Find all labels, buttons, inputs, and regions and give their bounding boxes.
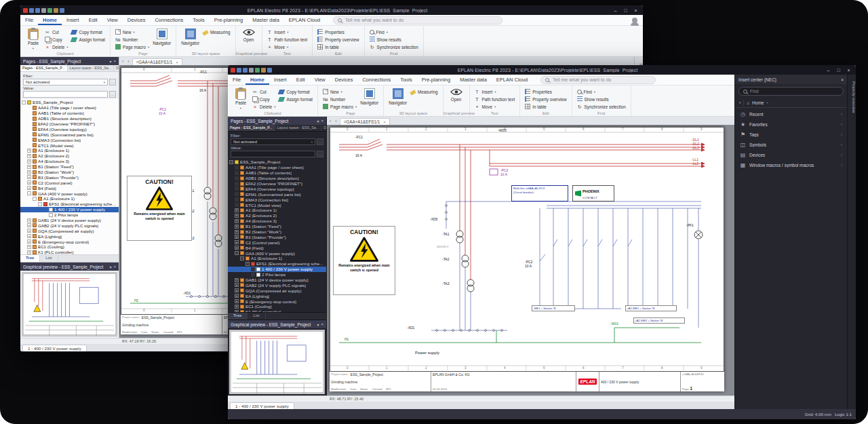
panel-caret-icon[interactable]: ▾ [317,119,319,123]
tree-expander-icon[interactable]: + [27,186,31,190]
copy-format-button[interactable]: Copy format [71,29,105,35]
menu-tab[interactable]: EPLAN Cloud [492,75,532,85]
tree-expander-icon[interactable]: + [27,149,31,153]
tree-item[interactable]: AAB1 (Table of contents) [228,170,326,176]
menu-tab[interactable]: Pre-planning [210,15,248,25]
synchronize-selection-button[interactable]: ↻Synchronize selection [577,104,626,109]
tree-view-tab[interactable]: Tree [228,313,248,320]
maximize-button[interactable]: □ [620,8,631,13]
tree-expander-icon[interactable] [27,117,31,121]
tree-item[interactable]: + GAB1 (24 V device power supply) [228,277,326,283]
tree-item[interactable]: ETC1 (Model view) [20,142,119,148]
open-icon[interactable] [35,8,40,13]
tree-item[interactable]: + B1 (Station "Feed") [20,164,119,170]
delete-button[interactable]: ×Delete▾ [252,104,275,109]
tree-item[interactable]: EFM1 (Summarized parts list) [20,132,119,137]
new-icon[interactable] [237,68,241,73]
tree-expander-icon[interactable]: + [235,299,239,303]
copy-format-button[interactable]: Copy format [279,89,313,94]
panel-close-icon[interactable]: × [113,265,116,269]
assign-format-button[interactable]: Assign format [71,37,105,42]
dock-tab[interactable]: Pages - ESS_Sample_P... [20,65,68,71]
preview-canvas[interactable] [22,272,117,336]
eplan-window-front[interactable]: EPLAN Electric P8 2023 - E:\EPLAN\Data20… [228,65,856,419]
minimize-button[interactable]: – [610,8,620,13]
undo-icon[interactable] [255,68,260,73]
property-overview-button[interactable]: Property overview [525,96,566,102]
tree-item[interactable]: + B2 (Station "Work") [228,229,326,235]
tab-close-icon[interactable]: × [383,120,386,124]
dock-tab[interactable]: Layout space - ESS_Sa... [68,65,115,71]
logic-scale-indicator[interactable]: Logic 1:1 [835,412,852,417]
measuring-button[interactable]: Measuring [203,29,230,35]
tab-scroll-left-icon[interactable]: ‹ [121,58,125,65]
menu-tab[interactable]: EPLAN Cloud [284,15,325,25]
tree-expander-icon[interactable] [27,111,31,115]
move-button[interactable]: +Move▾ [267,44,308,50]
open-icon[interactable] [243,68,248,73]
tree-item[interactable]: + K1 (PLC controller) [20,250,119,254]
panel-caret-icon[interactable]: ▾ [109,59,111,64]
tree-expander-icon[interactable]: + [27,250,31,254]
open-preview-button[interactable]: Open [448,88,465,102]
tree-expander-icon[interactable] [235,197,239,201]
tree-item[interactable]: 2 Pilot lamps [228,272,326,277]
tree-item[interactable]: + A1 (Enclosure 1) [228,208,326,213]
menu-tab[interactable]: Insert [62,15,84,25]
open-preview-button[interactable]: Open [241,28,257,42]
tree-expander-icon[interactable]: - [229,160,233,164]
tab-close-icon[interactable]: × [176,60,178,64]
maximize-button[interactable]: □ [833,68,844,73]
tree-expander-icon[interactable]: + [27,175,31,179]
tree-expander-icon[interactable]: + [235,305,239,309]
page-tab[interactable]: 1 - 400 / 230 V power supply [230,402,294,409]
tree-item[interactable]: + B3 (Station "Provide") [20,174,119,180]
document-tab[interactable]: =GAA+A1&EFS1/1× [132,58,182,65]
tree-expander-icon[interactable]: + [235,219,239,223]
layout-navigator-button[interactable]: Navigator [181,28,199,45]
cut-button[interactable]: ✂Cut [45,29,68,35]
menu-tab[interactable]: Devices [330,75,358,85]
tree-expander-icon[interactable]: + [235,288,239,292]
tree-expander-icon[interactable] [235,187,239,191]
paste-button[interactable]: Paste▾ [233,88,249,110]
number-button[interactable]: №Number [323,96,357,102]
tree-expander-icon[interactable]: + [27,245,31,249]
tree-item[interactable]: 1 400 / 230 V power supply [228,267,326,272]
insert-center-item[interactable]: ◫ Symbols [735,140,847,150]
tree-expander-icon[interactable] [43,208,47,212]
property-overview-side-tab[interactable]: Property overview [847,75,856,409]
delete-button[interactable]: ×Delete▾ [45,44,68,50]
copy-button[interactable]: Copy [45,37,68,42]
tree-expander-icon[interactable] [27,106,31,110]
cut-button[interactable]: ✂Cut [252,89,275,94]
value-browse-button[interactable]: … [109,91,116,98]
tree-expander-icon[interactable]: + [27,154,31,158]
tree-expander-icon[interactable]: + [27,234,31,238]
tree-view-tab[interactable]: List [40,255,58,262]
tree-expander-icon[interactable]: - [240,256,244,261]
tree-item[interactable]: - A1 (Enclosure 1) [20,196,119,201]
tree-expander-icon[interactable]: - [22,100,26,104]
tree-expander-icon[interactable] [43,213,47,217]
tree-expander-icon[interactable]: + [27,218,31,223]
panel-close-icon[interactable]: × [321,119,323,123]
tree-expander-icon[interactable]: + [235,214,239,218]
insert-center-header[interactable]: Insert center (NEC) × [735,75,847,84]
schematic-page[interactable]: 0123456789 0123456789 -FC116 A-WD3-DL1-D… [330,127,724,391]
tree-item[interactable]: + A1 (Enclosure 1) [20,148,119,153]
tree-item[interactable]: - EFS1 (Electrical engineering schematic… [20,201,119,207]
path-function-text-button[interactable]: TPath function text [267,37,308,42]
value-browse-button[interactable]: … [317,151,323,157]
insert-center-item[interactable]: ★ Favorites [735,119,847,130]
tree-item[interactable]: AAA1 (Title page / cover sheet) [228,165,326,170]
tree-expander-icon[interactable]: + [27,223,31,227]
find-button[interactable]: Find▾ [577,89,626,94]
tree-item[interactable]: EMA3 (Connection list) [20,137,119,142]
tree-item[interactable]: - EFS1 (Electrical engineering schematic… [228,261,326,267]
tree-view-tab[interactable]: Tree [20,255,40,262]
tree-expander-icon[interactable] [235,182,239,186]
synchronize-selection-button[interactable]: ↻Synchronize selection [370,44,418,50]
document-tab[interactable]: =GAA+A1&EFS1/1× [340,118,390,125]
tree-expander-icon[interactable]: + [27,170,31,174]
